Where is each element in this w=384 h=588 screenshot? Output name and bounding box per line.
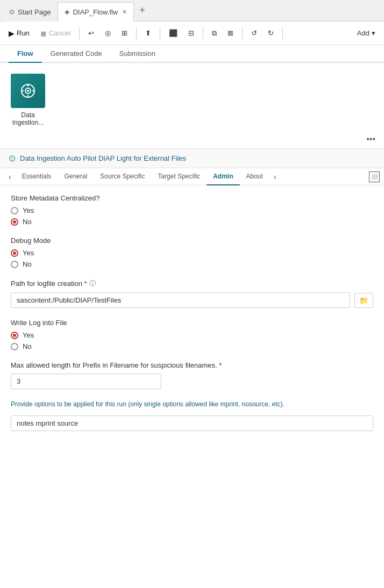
tab-diap-flow[interactable]: ◈ DIAP_Flow.flw ✕ bbox=[58, 2, 134, 21]
nav-next-button[interactable]: › bbox=[269, 170, 281, 183]
nav-tab-essentials[interactable]: Essentials bbox=[16, 168, 58, 185]
undo-button[interactable]: ↺ bbox=[247, 27, 261, 39]
write-log-label: Write Log into File bbox=[11, 319, 67, 327]
toolbar-icon-5: ⬛ bbox=[169, 29, 177, 37]
max-prefix-label: Max allowed length for Prefix in Filenam… bbox=[11, 361, 373, 369]
canvas-menu-ellipsis[interactable]: ••• bbox=[366, 134, 375, 144]
canvas-area: Data Ingestion... ••• bbox=[0, 63, 384, 149]
store-metadata-section: Store Metadata Centralized? Yes No bbox=[11, 194, 373, 226]
tab-bar: ⊙ Start Page ◈ DIAP_Flow.flw ✕ + bbox=[0, 0, 384, 21]
write-log-yes-radio[interactable] bbox=[11, 332, 18, 339]
browse-folder-button[interactable]: 📁 bbox=[354, 293, 373, 308]
add-button[interactable]: Add ▾ bbox=[353, 27, 380, 39]
store-metadata-no-option[interactable]: No bbox=[11, 218, 373, 226]
debug-mode-yes-option[interactable]: Yes bbox=[11, 249, 373, 257]
run-icon: ▶ bbox=[9, 29, 15, 38]
toolbar-icon-3: ⊞ bbox=[122, 29, 127, 37]
redo-button[interactable]: ↻ bbox=[264, 27, 278, 39]
options-input[interactable] bbox=[11, 415, 373, 431]
nav-tab-source-specific[interactable]: Source Specific bbox=[94, 168, 151, 185]
toolbar-btn-5[interactable]: ⬛ bbox=[165, 27, 182, 39]
run-button[interactable]: ▶ Run bbox=[4, 27, 34, 40]
debug-mode-no-radio[interactable] bbox=[11, 261, 18, 268]
options-section: Provide options to be applied for this r… bbox=[11, 400, 373, 431]
props-panel: ⊙ Data Ingestion Auto Pilot DIAP Light f… bbox=[0, 149, 384, 450]
write-log-yes-dot bbox=[13, 334, 16, 337]
store-metadata-label: Store Metadata Centralized? bbox=[11, 194, 99, 202]
tab-flow-label: Flow bbox=[17, 49, 33, 58]
store-metadata-yes-option[interactable]: Yes bbox=[11, 206, 373, 214]
toolbar: ▶ Run ◼ Cancel ↩ ◎ ⊞ ⬆ ⬛ ⊟ ⧉ ⊠ ↺ ↻ Add ▾ bbox=[0, 21, 384, 45]
toolbar-icon-1: ↩ bbox=[88, 29, 94, 37]
toolbar-btn-2[interactable]: ◎ bbox=[101, 27, 115, 39]
toolbar-icon-8: ⊠ bbox=[227, 29, 233, 37]
logfile-path-input[interactable] bbox=[11, 292, 350, 308]
toolbar-icon-6: ⊟ bbox=[188, 29, 194, 37]
toolbar-icon-2: ◎ bbox=[105, 29, 111, 37]
debug-mode-no-label: No bbox=[23, 260, 32, 268]
props-header-icon: ⊙ bbox=[9, 153, 16, 163]
logfile-info-icon[interactable]: ⓘ bbox=[89, 279, 96, 288]
write-log-section: Write Log into File Yes No bbox=[11, 319, 373, 350]
debug-mode-yes-label: Yes bbox=[23, 249, 34, 257]
store-metadata-radio-group: Yes No bbox=[11, 206, 373, 226]
write-log-no-option[interactable]: No bbox=[11, 342, 373, 350]
toolbar-btn-4[interactable]: ⬆ bbox=[141, 27, 155, 39]
separator-3 bbox=[160, 27, 160, 40]
cancel-button[interactable]: ◼ Cancel bbox=[36, 27, 75, 40]
toolbar-btn-6[interactable]: ⊟ bbox=[184, 27, 198, 39]
tab-flow[interactable]: Flow bbox=[9, 45, 42, 63]
store-metadata-no-radio[interactable] bbox=[11, 218, 18, 226]
debug-mode-label: Debug Mode bbox=[11, 236, 51, 245]
debug-mode-radio-group: Yes No bbox=[11, 249, 373, 268]
toolbar-btn-7[interactable]: ⧉ bbox=[208, 27, 221, 40]
toolbar-btn-8[interactable]: ⊠ bbox=[223, 27, 238, 39]
redo-icon: ↻ bbox=[268, 29, 274, 37]
close-tab-button[interactable]: ✕ bbox=[122, 9, 127, 16]
logfile-path-label: Path for logfile creation bbox=[11, 279, 87, 288]
tab-start-page[interactable]: ⊙ Start Page bbox=[2, 2, 58, 21]
debug-mode-no-option[interactable]: No bbox=[11, 260, 373, 268]
write-log-no-label: No bbox=[23, 342, 32, 350]
run-label: Run bbox=[17, 29, 30, 37]
separator-5 bbox=[242, 27, 243, 40]
nav-tab-about[interactable]: About bbox=[240, 168, 269, 185]
store-metadata-no-label: No bbox=[23, 218, 32, 226]
logfile-path-input-row: 📁 bbox=[11, 292, 373, 308]
separator-1 bbox=[79, 27, 80, 40]
debug-mode-yes-radio[interactable] bbox=[11, 249, 18, 257]
nav-tab-target-specific[interactable]: Target Specific bbox=[151, 168, 207, 185]
store-metadata-yes-label: Yes bbox=[23, 206, 34, 214]
write-log-no-radio[interactable] bbox=[11, 343, 18, 350]
max-prefix-section: Max allowed length for Prefix in Filenam… bbox=[11, 361, 373, 389]
add-tab-button[interactable]: + bbox=[134, 5, 151, 16]
nav-tabs: ‹ Essentials General Source Specific Tar… bbox=[0, 168, 384, 185]
svg-point-6 bbox=[27, 90, 29, 92]
max-prefix-input[interactable] bbox=[11, 374, 161, 389]
props-header-title: Data Ingestion Auto Pilot DIAP Light for… bbox=[20, 154, 186, 162]
data-ingestion-node[interactable]: Data Ingestion... bbox=[11, 74, 45, 126]
toolbar-btn-1[interactable]: ↩ bbox=[84, 27, 98, 39]
write-log-radio-group: Yes No bbox=[11, 331, 373, 350]
separator-4 bbox=[203, 27, 203, 40]
add-chevron-icon: ▾ bbox=[372, 29, 375, 37]
undo-icon: ↺ bbox=[251, 29, 257, 37]
expand-icon: ⬜ bbox=[371, 174, 378, 180]
store-metadata-no-dot bbox=[13, 220, 16, 224]
separator-6 bbox=[282, 27, 283, 40]
nav-prev-button[interactable]: ‹ bbox=[4, 170, 16, 183]
tab-generated-code[interactable]: Generated Code bbox=[42, 45, 111, 63]
write-log-yes-option[interactable]: Yes bbox=[11, 331, 373, 339]
nav-tab-admin[interactable]: Admin bbox=[207, 168, 239, 185]
view-tabs: Flow Generated Code Submission bbox=[0, 45, 384, 63]
debug-mode-section: Debug Mode Yes No bbox=[11, 236, 373, 268]
write-log-yes-label: Yes bbox=[23, 331, 34, 339]
store-metadata-yes-radio[interactable] bbox=[11, 207, 18, 214]
folder-icon: 📁 bbox=[359, 296, 368, 305]
toolbar-btn-3[interactable]: ⊞ bbox=[117, 27, 132, 39]
nav-expand-button[interactable]: ⬜ bbox=[369, 171, 380, 182]
nav-tab-general[interactable]: General bbox=[58, 168, 94, 185]
start-page-icon: ⊙ bbox=[9, 8, 15, 16]
tab-submission[interactable]: Submission bbox=[111, 45, 164, 63]
options-note: Provide options to be applied for this r… bbox=[11, 400, 373, 409]
